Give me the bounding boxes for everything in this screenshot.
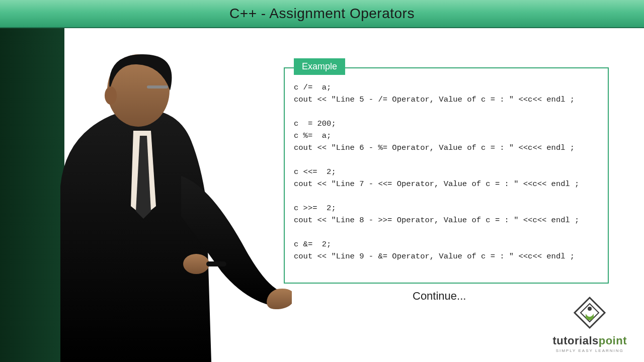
- brand-logo: tutorialspoint SIMPLY EASY LEARNING: [552, 295, 627, 353]
- svg-marker-5: [575, 298, 605, 328]
- video-slide: C++ - Assignment Operators Example c /= …: [0, 0, 644, 362]
- logo-diamond-icon: [569, 295, 611, 330]
- code-block: c /= a; cout << "Line 5 - /= Operator, V…: [294, 81, 601, 278]
- svg-point-7: [588, 307, 592, 311]
- continue-label: Continue...: [413, 290, 466, 303]
- code-example-box: Example c /= a; cout << "Line 5 - /= Ope…: [284, 67, 609, 284]
- logo-wordmark: tutorialspoint: [552, 334, 627, 347]
- slide-title: C++ - Assignment Operators: [229, 6, 415, 22]
- logo-word-primary: tutorials: [552, 334, 598, 347]
- slide-titlebar: C++ - Assignment Operators: [0, 0, 644, 28]
- example-tab-label: Example: [294, 58, 345, 75]
- studio-backdrop-stripe: [0, 28, 64, 362]
- logo-tagline: SIMPLY EASY LEARNING: [552, 348, 627, 353]
- logo-word-accent: point: [599, 334, 627, 347]
